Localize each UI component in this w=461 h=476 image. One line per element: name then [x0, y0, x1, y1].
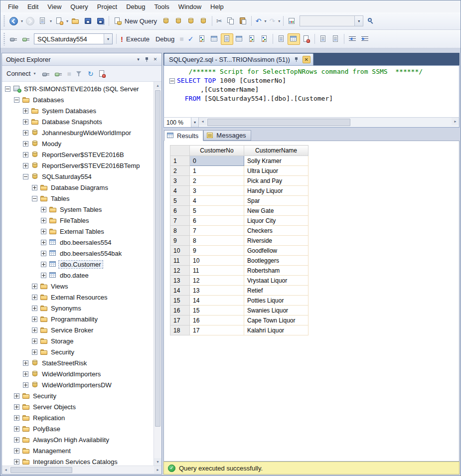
live-stats-button[interactable] [258, 33, 271, 45]
grid-cell[interactable]: 8 [190, 236, 244, 246]
tree-item[interactable]: ReportServer$STEVE2016BTemp [2, 160, 154, 171]
tree-item[interactable]: External Resources [2, 292, 154, 303]
row-number-cell[interactable]: 6 [170, 206, 190, 216]
tab-messages[interactable]: Messages [203, 130, 251, 141]
expand-icon[interactable] [23, 141, 28, 147]
tree-item[interactable]: ReportServer$STEVE2016B [2, 149, 154, 160]
tree-item[interactable]: WideWorldImportersDW [2, 379, 154, 390]
row-number-cell[interactable]: 3 [170, 176, 190, 186]
grid-cell[interactable]: 7 [190, 226, 244, 236]
tree-item[interactable]: Management [2, 445, 154, 456]
expand-icon[interactable] [32, 185, 37, 190]
row-number-cell[interactable]: 17 [170, 316, 190, 325]
chevron-down-icon[interactable]: ▾ [191, 118, 198, 127]
expand-icon[interactable] [41, 251, 46, 256]
parse-button[interactable]: ✓ [186, 33, 196, 45]
increase-indent-button[interactable] [359, 33, 371, 45]
activity-monitor-button[interactable] [286, 15, 298, 27]
menu-item-help[interactable]: Help [206, 1, 228, 12]
grid-cell[interactable]: Retief [244, 286, 308, 296]
menu-item-window[interactable]: Window [174, 1, 206, 12]
grid-cell[interactable]: 17 [190, 325, 244, 335]
stop-button[interactable]: ■ [177, 33, 185, 45]
menu-item-edit[interactable]: Edit [23, 1, 43, 12]
tab-results[interactable]: Results [164, 130, 203, 141]
grid-cell[interactable]: 4 [190, 196, 244, 206]
tree-item[interactable]: Database Diagrams [2, 182, 154, 193]
tree-item[interactable]: SQLSaturday554 [2, 171, 154, 182]
row-number-cell[interactable]: 14 [170, 286, 190, 296]
tree-item[interactable]: dbo.beersales554bak [2, 248, 154, 259]
grid-cell[interactable]: 5 [190, 206, 244, 216]
tree-item[interactable]: Databases [2, 94, 154, 105]
tree-item[interactable]: Tables [2, 193, 154, 204]
intellisense-button[interactable] [221, 33, 233, 45]
grid-cell[interactable]: 3 [190, 186, 244, 196]
editor-scroll-thumb[interactable] [207, 119, 350, 126]
expand-icon[interactable] [23, 108, 28, 114]
tree-item[interactable]: Synonyms [2, 303, 154, 314]
expand-icon[interactable] [14, 437, 19, 443]
expand-icon[interactable] [14, 448, 19, 454]
tree-item[interactable]: System Databases [2, 105, 154, 116]
grid-cell[interactable]: Bootleggers [244, 256, 308, 266]
tree-item[interactable]: dbo.Customer [2, 259, 154, 270]
filter-icon[interactable] [73, 68, 86, 79]
tree-vertical-scrollbar[interactable]: ▴ ▾ [154, 82, 161, 466]
collapse-icon[interactable] [5, 86, 10, 92]
tree-item[interactable]: System Tables [2, 204, 154, 215]
row-number-cell[interactable]: 11 [170, 256, 190, 266]
available-databases-combo[interactable]: SQLSaturday554▾ [34, 33, 113, 44]
collapse-icon[interactable] [32, 196, 37, 201]
expand-icon[interactable] [23, 119, 28, 125]
expand-icon[interactable] [32, 295, 37, 300]
connect-button[interactable]: Connect ▾ [4, 69, 39, 78]
grid-cell[interactable]: Swanies Liquor [244, 306, 308, 316]
grid-cell[interactable]: Potties Liquor [244, 296, 308, 306]
expand-icon[interactable] [41, 240, 46, 245]
grid-cell[interactable]: Cape Town Liquor [244, 316, 308, 325]
menu-item-project[interactable]: Project [93, 1, 122, 12]
new-query-menu-button[interactable] [36, 15, 49, 27]
grid-cell[interactable]: Pick and Pay [244, 176, 308, 186]
tab-close-icon[interactable]: ✕ [303, 56, 310, 63]
tree-item[interactable]: dbo.datee [2, 270, 154, 281]
save-all-button[interactable] [94, 15, 107, 27]
chevron-down-icon[interactable]: ▾ [104, 34, 112, 44]
scroll-right-icon[interactable]: ▸ [154, 466, 161, 474]
navigate-back-dropdown[interactable]: ▾ [20, 19, 24, 23]
decrease-indent-button[interactable] [346, 33, 359, 45]
grid-cell[interactable]: 0 [190, 156, 244, 166]
new-query-menu-dropdown[interactable]: ▾ [49, 19, 53, 23]
collapse-icon[interactable] [14, 97, 19, 103]
connect-server-icon[interactable] [40, 68, 52, 79]
grid-cell[interactable]: Liquor City [244, 216, 308, 226]
results-to-grid-button[interactable] [288, 33, 300, 45]
grid-cell[interactable]: 11 [190, 266, 244, 276]
expand-icon[interactable] [32, 284, 37, 289]
expand-icon[interactable] [14, 415, 19, 421]
expand-icon[interactable] [23, 382, 28, 388]
chevron-down-icon[interactable]: ▾ [354, 16, 363, 26]
row-number-cell[interactable]: 13 [170, 276, 190, 286]
redo-button[interactable]: ↷ [268, 15, 278, 27]
scroll-left-icon[interactable]: ◂ [2, 466, 9, 474]
tree-item[interactable]: Security [2, 346, 154, 357]
expand-icon[interactable] [32, 327, 37, 333]
undo-dropdown[interactable]: ▾ [264, 19, 268, 23]
tree-item[interactable]: Storage [2, 335, 154, 346]
copy-button[interactable] [224, 15, 237, 27]
grid-cell[interactable]: Solly Kramer [244, 156, 308, 166]
menu-item-view[interactable]: View [43, 1, 66, 12]
tree-item[interactable]: Moody [2, 138, 154, 149]
row-number-cell[interactable]: 10 [170, 246, 190, 256]
menu-item-tools[interactable]: Tools [150, 1, 174, 12]
row-number-cell[interactable]: 1 [170, 156, 190, 166]
expand-icon[interactable] [23, 152, 28, 158]
expand-icon[interactable] [41, 218, 46, 223]
tree-item[interactable]: Database Snapshots [2, 116, 154, 127]
tree-item[interactable]: Security [2, 390, 154, 401]
results-to-text-button[interactable] [275, 33, 288, 45]
row-number-cell[interactable]: 9 [170, 236, 190, 246]
scroll-up-icon[interactable]: ▴ [154, 82, 161, 89]
